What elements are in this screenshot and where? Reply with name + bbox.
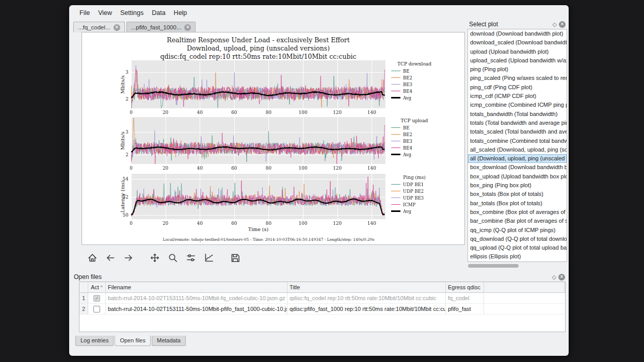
plot-list-item[interactable]: totals_bandwidth (Total bandwidth) bbox=[468, 110, 567, 119]
legend-line-sample bbox=[391, 134, 400, 135]
plot-list-item[interactable]: totals_combine (Combined total bandwidth… bbox=[468, 137, 567, 145]
plot-list-item[interactable]: box_download (Download bandwidth box plo… bbox=[468, 163, 567, 172]
filename-cell[interactable]: batch-rrul-2014-10-02T153111-50ms-10Mbit… bbox=[106, 293, 287, 304]
plot-canvas-area[interactable]: Realtime Response Under Load - exclusive… bbox=[82, 32, 465, 245]
x-tick-label: 80 bbox=[263, 110, 274, 115]
plot-list-item[interactable]: icmp_cdf (ICMP CDF plot) bbox=[468, 92, 567, 101]
file-row[interactable]: 2batch-rrul-2014-10-02T153111-50ms-10Mbi… bbox=[79, 304, 565, 315]
filename-cell[interactable]: batch-rrul-2014-10-02T153111-50ms-10Mbit… bbox=[106, 304, 287, 315]
file-active-checkbox[interactable] bbox=[93, 306, 100, 312]
plot-list-item[interactable]: box_combine (Box plot of averages of sev… bbox=[468, 208, 567, 217]
plot-list-item[interactable]: bar_combine (Bar plot of averages of sev… bbox=[468, 217, 567, 225]
plot-list-item[interactable]: ping_cdf (Ping CDF plot) bbox=[468, 83, 567, 92]
plot-list-item[interactable]: upload_scaled (Upload bandwidth w/axes s… bbox=[468, 56, 567, 65]
legend: Ping (ms)UDP BE1UDP BE2UDP BE3ICMPAvg bbox=[391, 175, 438, 215]
pan-button[interactable] bbox=[147, 250, 163, 266]
plot-list-item[interactable]: all_scaled (Download, upload, ping (scal… bbox=[468, 145, 567, 154]
dock-close-icon[interactable]: × bbox=[558, 274, 565, 281]
column-header-filler bbox=[484, 282, 565, 293]
plot-list-item[interactable]: box_totals (Box plot of totals) bbox=[468, 190, 567, 199]
egress-qdisc-cell[interactable]: fq_codel bbox=[446, 293, 484, 304]
subplot-canvas-tcp-upload[interactable] bbox=[131, 117, 385, 164]
menu-view[interactable]: View bbox=[94, 7, 116, 19]
dock-float-icon[interactable]: ◇ bbox=[552, 274, 556, 281]
save-button[interactable] bbox=[228, 250, 243, 266]
bottom-tab-open-files[interactable]: Open files bbox=[115, 336, 151, 346]
y-tick-label: 2 bbox=[112, 96, 128, 102]
horizontal-scrollbar[interactable] bbox=[468, 263, 567, 269]
egress-qdisc-cell[interactable]: pfifo_fast bbox=[446, 304, 484, 315]
plot-list-item[interactable]: icmp_combine (Combined ICMP ping plot) bbox=[468, 101, 567, 109]
forward-button[interactable] bbox=[121, 250, 136, 266]
plot-list-item[interactable]: download_scaled (Download bandwidth w/ax… bbox=[468, 38, 567, 47]
scrollbar-thumb[interactable] bbox=[468, 264, 519, 268]
menu-help[interactable]: Help bbox=[170, 7, 191, 19]
x-tick-label: 140 bbox=[366, 221, 377, 226]
plot-list-item[interactable]: all (Download, upload, ping (unscaled ve… bbox=[468, 154, 567, 163]
plot-list-item[interactable]: download (Download bandwidth plot) bbox=[468, 29, 567, 38]
legend-line-sample bbox=[391, 91, 400, 92]
column-header-filename[interactable]: Filename bbox=[106, 282, 287, 293]
dock-float-icon[interactable]: ◇ bbox=[553, 21, 557, 28]
title-cell[interactable]: qdisc:pfifo_fast_1000 rep:10 rtt:50ms ra… bbox=[287, 304, 446, 315]
legend-line-sample bbox=[391, 154, 400, 155]
x-tick-label: 20 bbox=[160, 110, 171, 115]
plot-list-item[interactable]: ping_scaled (Ping w/axes scaled to remot… bbox=[468, 74, 567, 83]
legend-line-sample bbox=[391, 184, 400, 185]
legend-line-sample bbox=[391, 204, 400, 205]
bottom-tab-log-entries[interactable]: Log entries bbox=[75, 336, 114, 346]
plot-list-item[interactable]: bar_totals (Box plot of totals) bbox=[468, 199, 567, 208]
subplots-button[interactable] bbox=[183, 250, 199, 266]
plot-list-item[interactable]: ellipsis (Ellipsis plot) bbox=[468, 252, 567, 261]
file-row[interactable]: 1batch-rrul-2014-10-02T153111-50ms-10Mbi… bbox=[79, 293, 565, 304]
plot-list-item[interactable]: qq_icmp (Q-Q plot of ICMP pings) bbox=[468, 226, 567, 235]
plot-list-item[interactable]: box_ping (Ping box plot) bbox=[468, 181, 567, 190]
menu-file[interactable]: File bbox=[75, 7, 94, 19]
legend-label: BE3 bbox=[403, 139, 412, 144]
x-tick-label: 80 bbox=[263, 166, 274, 171]
x-tick-label: 120 bbox=[332, 166, 343, 171]
y-axis-label: Mbits/s bbox=[120, 75, 125, 94]
back-button[interactable] bbox=[103, 250, 118, 266]
table-header-row: Act^FilenameTitleEgress qdisc bbox=[79, 282, 565, 293]
legend-entry: BE4 bbox=[391, 88, 438, 94]
legend-title: Ping (ms) bbox=[391, 175, 438, 180]
plot-list-item[interactable]: qq_download (Q-Q plot of total download … bbox=[468, 235, 567, 243]
column-header-egress-qdisc[interactable]: Egress qdisc bbox=[446, 282, 484, 293]
zoom-button[interactable] bbox=[165, 250, 181, 266]
tab-close-icon[interactable]: × bbox=[184, 24, 191, 31]
dock-close-icon[interactable]: × bbox=[559, 21, 566, 28]
tab-close-icon[interactable]: × bbox=[114, 24, 120, 31]
plot-tab[interactable]: ...fq_codel...× bbox=[73, 22, 125, 32]
file-active-checkbox bbox=[93, 295, 100, 302]
legend-label: BE4 bbox=[403, 145, 412, 151]
plot-list-item[interactable]: box_upload (Upload bandwidth box plot) bbox=[468, 172, 567, 181]
menu-data[interactable]: Data bbox=[148, 7, 169, 19]
zoom-icon bbox=[167, 252, 179, 264]
column-header-act[interactable]: Act^ bbox=[88, 282, 106, 293]
figure-subtitle: Download, upload, ping (unscaled version… bbox=[131, 44, 385, 52]
column-header-title[interactable]: Title bbox=[287, 282, 446, 293]
title-cell[interactable]: qdisc:fq_codel rep:10 rtt:50ms rate:10Mb… bbox=[287, 293, 446, 304]
forward-icon bbox=[123, 252, 134, 264]
filler-cell bbox=[484, 293, 565, 304]
menu-settings[interactable]: Settings bbox=[116, 7, 148, 19]
subplot-canvas-ping-ms-[interactable] bbox=[131, 174, 385, 219]
plot-list-item[interactable]: qq_upload (Q-Q plot of total upload band… bbox=[468, 243, 567, 252]
matplotlib-toolbar bbox=[85, 249, 246, 267]
plot-list-item[interactable]: upload (Upload bandwidth plot) bbox=[468, 47, 567, 56]
plot-type-list: download (Download bandwidth plot)downlo… bbox=[468, 29, 567, 262]
plot-list-item[interactable]: ping (Ping plot) bbox=[468, 65, 567, 74]
bottom-tab-metadata[interactable]: Metadata bbox=[152, 336, 186, 346]
home-button[interactable] bbox=[85, 250, 100, 266]
legend-label: BE bbox=[403, 125, 409, 130]
plot-list-item[interactable]: totals_scaled (Total bandwidth and avera… bbox=[468, 127, 567, 136]
subplot-canvas-tcp-download[interactable] bbox=[131, 60, 385, 108]
plot-tab[interactable]: ...pfifo_fast_1000...× bbox=[126, 22, 196, 32]
plot-list-item[interactable]: totals (Total bandwidth and average ping… bbox=[468, 119, 567, 127]
column-header-rownum[interactable] bbox=[79, 282, 88, 293]
plot-tab-label: ...fq_codel... bbox=[78, 24, 110, 30]
legend-entry: BE bbox=[391, 68, 438, 74]
x-tick-label: 100 bbox=[297, 221, 309, 226]
axes-button[interactable] bbox=[201, 250, 217, 266]
